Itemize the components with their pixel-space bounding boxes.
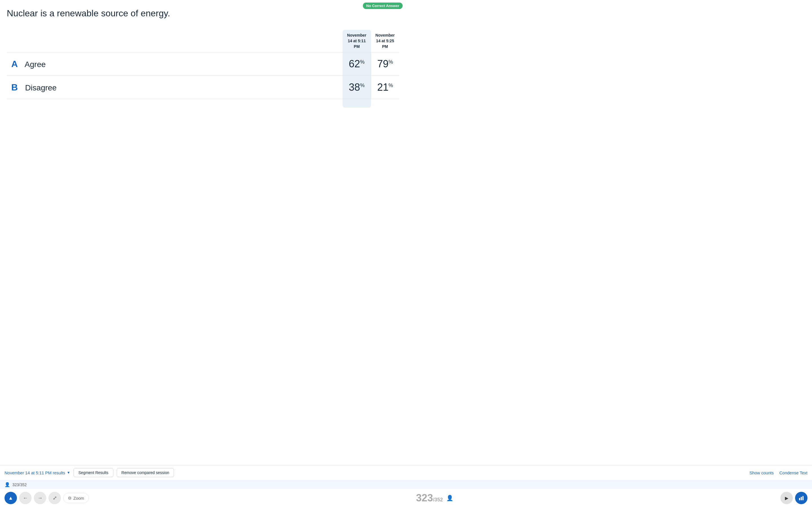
answer-b-cell: B Disagree xyxy=(7,76,343,99)
answer-b-text: Disagree xyxy=(25,83,57,92)
answer-a-text: Agree xyxy=(24,60,46,69)
footer-session2-col xyxy=(371,99,399,108)
footer-answer-col xyxy=(7,99,343,108)
session-1-header: November 14 at 5:11 PM xyxy=(343,30,371,52)
footer-session1-col xyxy=(343,99,371,108)
answer-column-header xyxy=(7,30,343,52)
answer-a-val2: 79% xyxy=(371,52,399,76)
answer-a-val1: 62% xyxy=(343,52,371,76)
results-table: November 14 at 5:11 PM November 14 at 5:… xyxy=(7,30,399,107)
answer-a-cell: A Agree xyxy=(7,52,343,76)
answer-a-letter: A xyxy=(11,59,18,69)
table-footer-row xyxy=(7,99,399,108)
main-content: Nuclear is a renewable source of energy.… xyxy=(0,0,406,108)
answer-b-val2: 21% xyxy=(371,76,399,99)
table-row: B Disagree 38% 21% xyxy=(7,76,399,99)
session-2-header: November 14 at 5:25 PM xyxy=(371,30,399,52)
answer-b-val1: 38% xyxy=(343,76,371,99)
no-correct-answer-badge: No Correct Answer xyxy=(363,3,403,9)
table-row: A Agree 62% 79% xyxy=(7,52,399,76)
answer-b-letter: B xyxy=(11,82,18,93)
question-title: Nuclear is a renewable source of energy. xyxy=(7,8,399,18)
